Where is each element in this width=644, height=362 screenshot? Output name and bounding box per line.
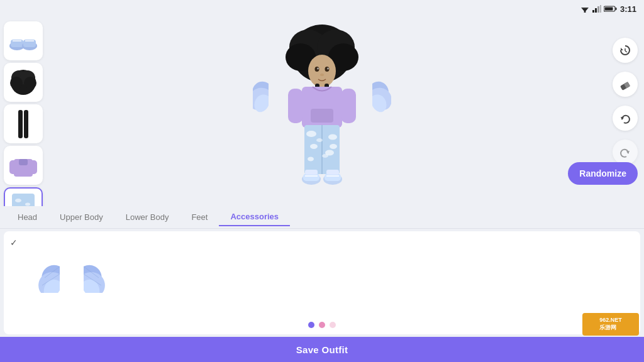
tab-accessories[interactable]: Accessories	[219, 208, 290, 226]
randomize-button[interactable]: Randomize	[568, 162, 638, 185]
undo-button[interactable]	[613, 106, 638, 131]
wifi-icon	[580, 5, 590, 13]
hair-afro-thumbnail	[8, 67, 39, 98]
svg-point-52	[306, 131, 316, 137]
svg-point-53	[328, 134, 337, 140]
svg-point-42	[327, 68, 329, 70]
dot-1[interactable]	[308, 322, 314, 328]
save-outfit-button[interactable]: Save Outfit	[296, 344, 348, 355]
dot-3[interactable]	[330, 322, 336, 328]
svg-marker-73	[621, 117, 624, 120]
svg-point-41	[317, 68, 319, 70]
svg-rect-3	[592, 10, 594, 13]
hoodie-thumbnail	[8, 150, 39, 181]
svg-line-70	[625, 51, 627, 52]
pagination-dots	[308, 322, 336, 328]
svg-rect-66	[305, 170, 318, 175]
shoes-thumbnail	[8, 28, 39, 53]
dot-2[interactable]	[319, 322, 325, 328]
tab-bar: Head Upper Body Lower Body Feet Accessor…	[0, 206, 644, 229]
svg-point-58	[316, 138, 323, 142]
redo-icon	[619, 146, 631, 158]
watermark: 962.NET乐游网	[582, 313, 639, 336]
sidebar-item-shoes[interactable]	[4, 21, 43, 60]
time-display: 3:11	[620, 4, 636, 14]
hair-braids-thumbnail	[8, 107, 39, 141]
svg-marker-68	[621, 48, 623, 50]
history-icon	[619, 44, 631, 57]
eraser-button[interactable]	[613, 72, 638, 97]
accessories-panel: ✓	[4, 231, 640, 334]
svg-point-43	[320, 74, 324, 76]
svg-rect-21	[18, 110, 23, 138]
selected-checkmark: ✓	[10, 238, 634, 248]
svg-rect-26	[19, 159, 28, 165]
svg-rect-8	[615, 8, 616, 10]
svg-point-31	[25, 203, 30, 206]
svg-rect-48	[341, 89, 356, 123]
svg-rect-49	[311, 109, 333, 123]
svg-rect-5	[597, 6, 599, 13]
sidebar-item-hair-afro[interactable]	[4, 63, 43, 102]
wing-right-thumbnail	[79, 260, 118, 293]
svg-point-56	[308, 157, 314, 162]
history-button[interactable]	[613, 38, 638, 63]
svg-point-30	[15, 199, 21, 202]
tab-lower-body[interactable]: Lower Body	[114, 209, 180, 226]
svg-point-38	[308, 55, 336, 87]
save-bar: Save Outfit	[0, 337, 644, 362]
svg-rect-22	[24, 110, 28, 138]
accessory-wing-left[interactable]	[23, 258, 67, 295]
undo-icon	[619, 112, 631, 124]
svg-rect-4	[595, 8, 597, 13]
character-display	[253, 21, 391, 203]
svg-rect-67	[326, 170, 339, 175]
right-tools	[613, 38, 638, 165]
svg-point-19	[10, 77, 23, 89]
wing-left-thumbnail	[25, 260, 64, 293]
redo-button[interactable]	[613, 140, 638, 165]
tab-upper-body[interactable]: Upper Body	[48, 209, 114, 226]
svg-rect-9	[604, 8, 613, 11]
svg-rect-25	[30, 160, 37, 174]
svg-rect-6	[600, 5, 601, 13]
left-sidebar	[0, 18, 47, 206]
svg-marker-74	[626, 151, 630, 154]
svg-point-20	[24, 77, 36, 89]
svg-point-2	[584, 11, 586, 13]
accessories-grid	[10, 251, 634, 302]
character-area	[50, 18, 594, 206]
svg-rect-24	[9, 160, 17, 174]
accessory-wing-right[interactable]	[77, 258, 121, 295]
svg-point-54	[310, 144, 318, 149]
status-bar: 3:11	[0, 0, 644, 18]
svg-point-59	[322, 154, 328, 158]
svg-rect-47	[288, 89, 303, 123]
sidebar-item-hair-braids[interactable]	[4, 104, 43, 143]
status-icons: 3:11	[580, 4, 636, 14]
svg-point-57	[330, 144, 337, 149]
tab-feet[interactable]: Feet	[180, 209, 219, 226]
tab-head[interactable]: Head	[6, 209, 48, 226]
battery-icon	[604, 5, 618, 13]
sidebar-item-hoodie[interactable]	[4, 146, 43, 185]
eraser-icon	[619, 78, 631, 90]
signal-icon	[592, 5, 601, 13]
